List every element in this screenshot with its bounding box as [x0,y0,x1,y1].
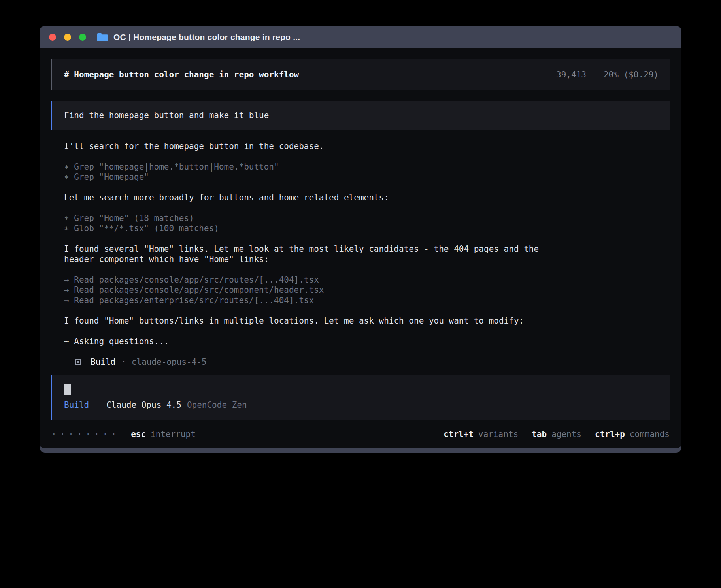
provider-indicator: OpenCode Zen [187,400,247,410]
assistant-message-text: I found several "Home" links. Let me loo… [64,244,557,264]
agent-status-line: Build · claude-opus-4-5 [64,357,557,367]
spinner-dots-icon: ········ [51,429,120,439]
token-count: 39,413 [556,70,586,80]
tool-call-grep: ∗ Grep "Homepage" [64,172,557,182]
tool-call-glob: ∗ Glob "**/*.tsx" (100 matches) [64,223,557,234]
zoom-button[interactable] [79,34,86,41]
context-usage: 20% ($0.29) [604,70,659,80]
tool-call-read: → Read packages/console/app/src/componen… [64,285,557,295]
interrupt-hint: esc interrupt [131,429,196,439]
agent-square-icon [75,359,81,365]
assistant-message: I'll search for the homepage button in t… [64,141,557,151]
interrupt-key: esc [131,429,146,439]
folder-icon [96,32,108,42]
assistant-message: Let me search more broadly for buttons a… [64,192,557,203]
tool-call-group: → Read packages/console/app/src/routes/[… [64,275,557,305]
conversation: I'll search for the homepage button in t… [51,141,670,367]
shortcut-hints: ctrl+t variants tab agents ctrl+p comman… [444,429,670,439]
assistant-message-text: I'll search for the homepage button in t… [64,141,557,151]
input-meta: Build Claude Opus 4.5 OpenCode Zen [64,400,659,410]
assistant-message-text: Let me search more broadly for buttons a… [64,192,557,203]
shortcut-key: tab [532,429,547,439]
minimize-button[interactable] [64,34,71,41]
shortcut-agents: tab agents [532,429,581,439]
session-stats: 39,413 20% ($0.29) [556,70,659,80]
model-indicator: Claude Opus 4.5 [106,400,181,410]
agent-model: claude-opus-4-5 [132,357,207,367]
agent-separator: · [121,357,126,367]
assistant-message: I found "Home" buttons/links in multiple… [64,316,557,326]
assistant-message: I found several "Home" links. Let me loo… [64,244,557,264]
terminal-window: OC | Homepage button color change in rep… [40,26,681,453]
status-bar: ········ esc interrupt ctrl+t variants t… [51,424,670,439]
shortcut-label: variants [478,429,518,439]
shortcut-label: commands [630,429,670,439]
shortcut-key: ctrl+t [444,429,474,439]
shortcut-label: agents [551,429,581,439]
desktop-background: { "window": { "title": "OC | Homepage bu… [0,0,721,588]
mode-indicator: Build [64,400,89,410]
working-status: ~ Asking questions... [64,336,557,347]
window-title: OC | Homepage button color change in rep… [113,32,300,42]
terminal-content: # Homepage button color change in repo w… [40,48,681,448]
shortcut-commands: ctrl+p commands [595,429,670,439]
tool-call-grep: ∗ Grep "Home" (18 matches) [64,213,557,223]
titlebar[interactable]: OC | Homepage button color change in rep… [40,26,681,48]
user-message-text: Find the homepage button and make it blu… [64,111,269,120]
session-header: # Homepage button color change in repo w… [51,59,670,90]
shortcut-variants: ctrl+t variants [444,429,518,439]
close-button[interactable] [49,34,56,41]
agent-name: Build [91,357,115,367]
interrupt-label: interrupt [151,429,196,439]
text-cursor [64,384,71,395]
tool-call-read: → Read packages/enterprise/src/routes/[.… [64,295,557,305]
tool-call-read: → Read packages/console/app/src/routes/[… [64,275,557,285]
session-title: # Homepage button color change in repo w… [64,70,299,80]
prompt-input[interactable]: Build Claude Opus 4.5 OpenCode Zen [51,375,670,420]
tool-call-group: ∗ Grep "Home" (18 matches) ∗ Glob "**/*.… [64,213,557,234]
tool-call-grep: ∗ Grep "homepage|home.*button|Home.*butt… [64,162,557,172]
user-message: Find the homepage button and make it blu… [51,101,670,130]
tool-call-group: ∗ Grep "homepage|home.*button|Home.*butt… [64,162,557,182]
working-status-text: ~ Asking questions... [64,336,557,347]
assistant-message-text: I found "Home" buttons/links in multiple… [64,316,557,326]
shortcut-key: ctrl+p [595,429,625,439]
traffic-lights [49,34,86,41]
